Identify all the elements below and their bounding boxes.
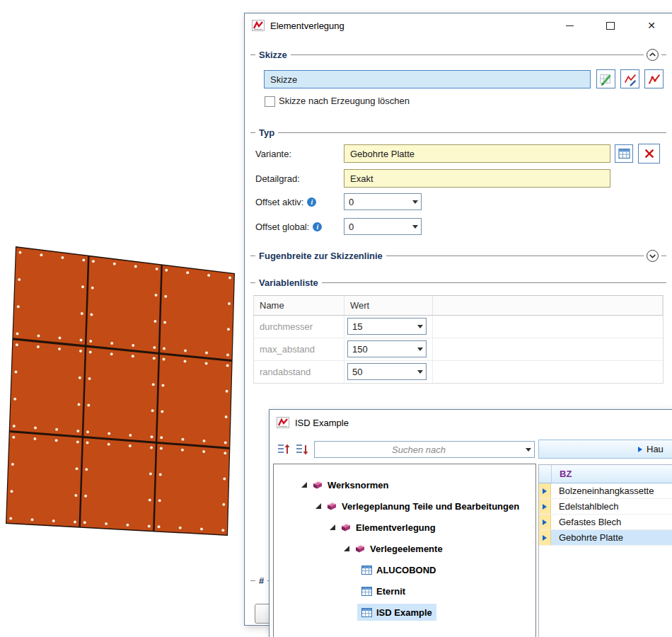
catalog-tree: Werksnormen Verlegeplanung Teile und Bea…: [273, 464, 536, 637]
table-row: max_abstand 150: [254, 338, 663, 361]
dropdown-arrow-icon: [523, 448, 534, 452]
dropdown-arrow-icon: [410, 200, 421, 204]
section-header-typ: Typ: [250, 126, 666, 139]
sort-descending-icon: [294, 442, 310, 457]
info-icon[interactable]: i: [307, 197, 316, 207]
path-header-label: Hau: [647, 444, 664, 454]
row-arrow-icon: [543, 504, 547, 510]
detailgrad-label: Detailgrad:: [255, 172, 300, 185]
variable-value-dropdown[interactable]: 150: [347, 340, 427, 357]
titlebar[interactable]: Elementverlegung ✕: [245, 13, 672, 38]
table-row: randabstand 50: [254, 361, 663, 383]
section-header-skizze: Skizze: [250, 48, 666, 61]
variable-value-dropdown[interactable]: 15: [347, 318, 427, 335]
section-label-fugenbreite: Fugenbreite zur Skizzenlinie: [255, 251, 386, 261]
table-icon: [361, 608, 372, 617]
tree-item-werksnormen[interactable]: Werksnormen: [274, 474, 535, 495]
sort-ascending-icon: [276, 442, 291, 457]
book-icon: [340, 522, 352, 532]
variable-table: Name Wert durchmesser 15 max_abstand: [253, 295, 664, 384]
table-row[interactable]: Edelstahlblech: [539, 499, 672, 515]
variable-name: durchmesser: [254, 316, 344, 338]
chevron-up-icon: [648, 50, 657, 59]
delete-sketch-checkbox[interactable]: [265, 96, 275, 107]
column-header-bz: BZ: [552, 469, 572, 479]
row-arrow-icon: [543, 535, 547, 541]
row-arrow-icon: [543, 488, 547, 494]
section-label-typ: Typ: [255, 127, 278, 138]
variante-clear-button[interactable]: [638, 144, 660, 163]
red-x-icon: [643, 147, 656, 160]
sketch-edit-button[interactable]: [620, 69, 639, 88]
variante-value: Gebohrte Platte: [350, 149, 415, 159]
table-row[interactable]: Bolzeneinhangkassette: [539, 483, 672, 499]
variable-table-header: Name Wert: [254, 296, 663, 316]
table-row[interactable]: Gefastes Blech: [539, 515, 672, 530]
variable-name: max_abstand: [254, 338, 344, 360]
expand-section-button[interactable]: [647, 250, 659, 262]
close-button[interactable]: ✕: [631, 13, 672, 38]
delete-sketch-checkbox-label: Skizze nach Erzeugung löschen: [279, 94, 410, 107]
book-icon: [312, 480, 323, 490]
table-icon: [361, 587, 372, 596]
maximize-button[interactable]: [590, 13, 631, 38]
tree-item-label: Werksnormen: [328, 480, 388, 490]
chevron-down-icon: [648, 251, 657, 260]
info-icon[interactable]: i: [313, 222, 322, 231]
catalog-table-header[interactable]: BZ: [539, 465, 672, 483]
dialog-title: ISD Example: [295, 418, 349, 428]
tree-expanded-icon[interactable]: [315, 503, 322, 510]
search-input[interactable]: Suchen nach: [314, 441, 535, 458]
dialog-title: Elementverlegung: [270, 21, 344, 31]
catalog-select-button[interactable]: [615, 144, 633, 163]
sketch-new-button[interactable]: [596, 69, 615, 88]
dropdown-arrow-icon: [415, 348, 426, 351]
sort-descending-button[interactable]: [294, 441, 311, 458]
catalog-table: BZ Bolzeneinhangkassette Edelstahlblech …: [538, 464, 672, 637]
tree-item-label: Verlegeplanung Teile und Bearbeitungen: [342, 501, 519, 512]
dropdown-arrow-icon: [410, 225, 421, 229]
tree-expanded-icon[interactable]: [301, 481, 308, 488]
offset-global-label: Offset global: i: [255, 220, 322, 233]
offset-aktiv-label: Offset aktiv: i: [255, 195, 316, 208]
sketch-pick-button[interactable]: [644, 69, 664, 88]
book-icon: [326, 501, 337, 511]
section-header-variablenliste: Variablenliste: [250, 276, 666, 289]
path-header-button[interactable]: Hau: [538, 440, 672, 459]
variable-value-dropdown[interactable]: 50: [347, 363, 427, 380]
table-row: durchmesser 15: [254, 316, 663, 338]
table-icon: [361, 566, 372, 575]
tree-item-elementverlegung[interactable]: Elementverlegung: [274, 517, 535, 538]
cad-viewport-panels[interactable]: [0, 241, 244, 545]
app-icon: [277, 417, 289, 428]
collapse-section-button[interactable]: [647, 49, 659, 61]
tree-expanded-icon[interactable]: [343, 545, 350, 552]
tree-item-eternit[interactable]: Eternit: [274, 580, 535, 602]
detailgrad-input[interactable]: Exakt: [344, 169, 610, 188]
offset-aktiv-dropdown[interactable]: 0: [344, 193, 422, 210]
tree-item-verlegeplanung[interactable]: Verlegeplanung Teile und Bearbeitungen: [274, 495, 535, 517]
tree-item-label: ISD Example: [376, 607, 432, 618]
skizze-input[interactable]: Skizze: [264, 70, 591, 88]
variable-name: randabstand: [254, 361, 344, 383]
app-icon: [252, 20, 265, 31]
skizze-input-value: Skizze: [270, 74, 297, 85]
section-label-variablenliste: Variablenliste: [255, 277, 322, 288]
titlebar[interactable]: ISD Example: [270, 410, 672, 435]
tree-expanded-icon[interactable]: [329, 524, 336, 531]
table-row-selected[interactable]: Gebohrte Platte: [539, 530, 672, 546]
offset-global-dropdown[interactable]: 0: [344, 218, 422, 235]
close-icon: ✕: [647, 21, 656, 30]
search-placeholder: Suchen nach: [315, 444, 523, 455]
variante-label: Variante:: [255, 147, 291, 160]
sort-ascending-button[interactable]: [275, 441, 292, 458]
sketch-pick-icon: [647, 71, 662, 87]
tree-item-verlegeelemente[interactable]: Verlegeelemente: [274, 538, 535, 559]
tree-item-isd-example[interactable]: ISD Example: [274, 602, 535, 623]
minimize-button[interactable]: [549, 13, 590, 38]
book-icon: [354, 544, 366, 553]
variante-input[interactable]: Gebohrte Platte: [344, 144, 610, 163]
column-header-wert: Wert: [344, 296, 433, 315]
sketch-new-icon: [598, 71, 614, 87]
tree-item-alucobond[interactable]: ALUCOBOND: [274, 559, 535, 580]
